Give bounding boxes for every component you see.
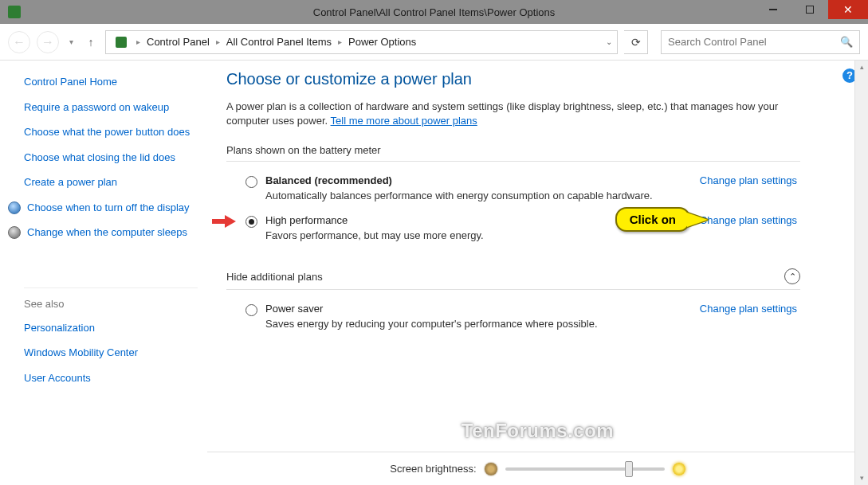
plan-power-saver-radio[interactable] — [245, 304, 257, 316]
page-title: Choose or customize a power plan — [226, 70, 839, 88]
nav-forward-button[interactable]: → — [37, 31, 59, 53]
brightness-bar: Screen brightness: — [207, 452, 868, 485]
callout-tail-icon — [687, 213, 708, 227]
brightness-slider[interactable] — [505, 467, 665, 471]
main-panel: ? Choose or customize a power plan A pow… — [207, 61, 868, 485]
nav-back-button[interactable]: ← — [8, 31, 30, 53]
section-hide-additional-label: Hide additional plans — [226, 271, 323, 283]
breadcrumb-dropdown-icon[interactable]: ⌄ — [606, 37, 612, 46]
page-description: A power plan is a collection of hardware… — [226, 100, 784, 128]
tell-me-more-link[interactable]: Tell me more about power plans — [331, 115, 477, 127]
sidebar-link-sleep[interactable]: Change when the computer sleeps — [27, 225, 187, 240]
sidebar-home-link[interactable]: Control Panel Home — [24, 75, 198, 89]
brightness-bright-icon — [673, 463, 685, 475]
window-buttons: ✕ — [755, 0, 868, 24]
sidebar-link-create-plan[interactable]: Create a power plan — [24, 175, 198, 190]
chevron-right-icon: ▸ — [133, 37, 143, 46]
minimize-button[interactable] — [755, 0, 791, 19]
chevron-right-icon: ▸ — [335, 37, 345, 46]
sidebar-link-password-wakeup[interactable]: Require a password on wakeup — [24, 100, 198, 115]
plan-power-saver-desc: Saves energy by reducing your computer's… — [265, 318, 684, 330]
plan-balanced-desc: Automatically balances performance with … — [265, 190, 684, 201]
monitor-icon — [8, 201, 21, 214]
search-box[interactable]: 🔍 — [661, 30, 860, 54]
brightness-dim-icon — [485, 463, 497, 475]
breadcrumb-icon — [114, 35, 128, 49]
moon-icon — [8, 226, 21, 239]
sidebar-see-also-mobility[interactable]: Windows Mobility Center — [24, 346, 198, 360]
breadcrumb-item[interactable]: Control Panel — [143, 36, 213, 48]
app-icon — [8, 6, 21, 18]
titlebar: Control Panel\All Control Panel Items\Po… — [0, 0, 868, 24]
plan-balanced-name: Balanced (recommended) — [265, 174, 684, 186]
sidebar: Control Panel Home Require a password on… — [0, 61, 207, 485]
watermark: TenForums.com — [461, 420, 614, 442]
sidebar-link-lid-close[interactable]: Choose what closing the lid does — [24, 151, 198, 165]
brightness-label: Screen brightness: — [390, 463, 476, 475]
plan-balanced-settings-link[interactable]: Change plan settings — [700, 174, 797, 186]
callout-text: Click on — [630, 213, 676, 226]
sidebar-see-also-personalization[interactable]: Personalization — [24, 321, 198, 335]
plan-high-performance: High performance Favors performance, but… — [226, 206, 800, 246]
red-arrow-annotation — [212, 214, 236, 229]
search-input[interactable] — [668, 36, 840, 48]
chevron-up-icon[interactable]: ⌃ — [784, 268, 800, 284]
search-icon[interactable]: 🔍 — [840, 36, 853, 48]
brightness-slider-thumb[interactable] — [625, 461, 633, 477]
plan-high-performance-radio[interactable] — [245, 216, 257, 228]
sidebar-see-also-user-accounts[interactable]: User Accounts — [24, 371, 198, 385]
svg-marker-0 — [212, 215, 236, 228]
nav-history-dropdown[interactable]: ▾ — [65, 37, 77, 46]
plan-power-saver: Power saver Saves energy by reducing you… — [226, 295, 800, 334]
page-description-text: A power plan is a collection of hardware… — [226, 100, 778, 127]
nav-up-button[interactable]: ↑ — [83, 36, 99, 49]
see-also-header: See also — [24, 287, 198, 310]
plan-power-saver-settings-link[interactable]: Change plan settings — [700, 303, 797, 315]
plan-high-performance-settings-link[interactable]: Change plan settings — [700, 214, 797, 226]
breadcrumb[interactable]: ▸ Control Panel ▸ All Control Panel Item… — [105, 30, 618, 54]
breadcrumb-item[interactable]: All Control Panel Items — [223, 36, 335, 48]
refresh-button[interactable]: ⟳ — [624, 30, 648, 54]
section-plans-shown: Plans shown on the battery meter — [226, 144, 800, 162]
sidebar-link-display-off[interactable]: Choose when to turn off the display — [27, 201, 190, 215]
content-area: Control Panel Home Require a password on… — [0, 61, 868, 485]
window-title: Control Panel\All Control Panel Items\Po… — [0, 6, 868, 18]
vertical-scrollbar[interactable]: ▴ ▾ — [854, 61, 868, 485]
address-bar: ← → ▾ ↑ ▸ Control Panel ▸ All Control Pa… — [0, 24, 868, 61]
section-hide-additional[interactable]: Hide additional plans ⌃ — [226, 268, 800, 290]
plan-balanced-radio[interactable] — [245, 176, 257, 188]
plan-balanced: Balanced (recommended) Automatically bal… — [226, 166, 800, 206]
chevron-right-icon: ▸ — [213, 37, 223, 46]
callout-annotation: Click on — [615, 207, 690, 232]
close-button[interactable]: ✕ — [828, 0, 868, 19]
plan-power-saver-name: Power saver — [265, 303, 684, 315]
sidebar-link-power-button[interactable]: Choose what the power button does — [24, 125, 198, 139]
scroll-up-icon[interactable]: ▴ — [855, 61, 868, 74]
maximize-button[interactable] — [791, 0, 828, 19]
breadcrumb-item[interactable]: Power Options — [345, 36, 419, 48]
scroll-down-icon[interactable]: ▾ — [855, 471, 868, 485]
